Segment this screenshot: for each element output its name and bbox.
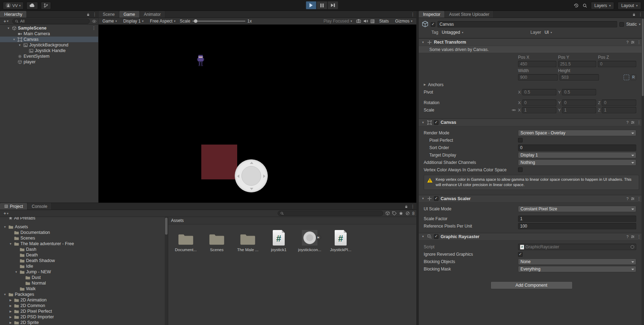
hierarchy-item-joystick-handle[interactable]: Joystick Handle xyxy=(0,48,98,53)
foldout-arrow[interactable]: ▶ xyxy=(8,321,13,324)
project-tree-item[interactable]: ▼Packages xyxy=(0,292,168,297)
expand-sub-assets-icon[interactable]: ▶ xyxy=(316,235,321,240)
blueprint-mode-button[interactable] xyxy=(624,75,629,80)
asset-item-documentation[interactable]: Document... xyxy=(172,229,199,252)
foldout-arrow[interactable]: ▼ xyxy=(422,235,425,238)
scene-picking-icon[interactable] xyxy=(92,19,96,24)
rotation-z-field[interactable]: 0 xyxy=(602,100,636,106)
project-tree-item[interactable]: ▶2D Animation xyxy=(0,297,168,303)
tab-inspector[interactable]: Inspector xyxy=(419,11,445,18)
display-dropdown[interactable]: Display 1▾ xyxy=(121,19,146,24)
project-tree-item[interactable]: ▼Assets xyxy=(0,224,168,230)
scale-y-field[interactable]: 1 xyxy=(562,107,596,113)
presets-icon[interactable] xyxy=(631,40,635,44)
tab-asset-store-uploader[interactable]: Asset Store Uploader xyxy=(445,11,494,18)
tree-scrollbar[interactable] xyxy=(165,217,168,325)
project-tree-item[interactable]: Walk xyxy=(0,286,168,292)
more-icon[interactable]: ⋮ xyxy=(637,235,641,239)
slider-thumb[interactable] xyxy=(194,19,197,23)
active-checkbox[interactable] xyxy=(431,22,435,27)
hierarchy-search-input[interactable]: All xyxy=(12,19,90,24)
project-tree-item[interactable]: Dash xyxy=(0,247,168,252)
project-tree-item[interactable]: Idle xyxy=(0,263,168,269)
play-button[interactable] xyxy=(306,1,317,9)
create-button[interactable]: +▾ xyxy=(2,19,10,24)
layers-dropdown[interactable]: Layers▾ xyxy=(591,2,614,9)
static-checkbox[interactable] xyxy=(619,22,624,27)
tab-project[interactable]: Project xyxy=(0,203,27,210)
lock-icon[interactable] xyxy=(632,13,636,17)
tag-dropdown[interactable]: Untagged▾ xyxy=(440,30,528,35)
play-focused-dropdown[interactable]: Play Focused▾ xyxy=(321,19,354,24)
foldout-arrow[interactable]: ▼ xyxy=(12,38,16,41)
scene-options-icon[interactable]: ⋮ xyxy=(92,26,96,31)
height-field[interactable]: 503 xyxy=(560,74,599,81)
project-tree-item[interactable]: Scenes xyxy=(0,235,168,241)
reference-ppu-field[interactable]: 100 xyxy=(518,223,636,229)
lock-icon[interactable] xyxy=(86,13,90,17)
project-tree-item[interactable]: Documentation xyxy=(0,230,168,235)
canvas-scaler-header[interactable]: ▼ Canvas Scaler ? ⋮ xyxy=(419,195,644,203)
scrollbar-thumb[interactable] xyxy=(642,19,644,96)
more-icon[interactable]: ⋮ xyxy=(411,12,415,17)
more-icon[interactable]: ⋮ xyxy=(638,12,643,17)
component-enabled-checkbox[interactable] xyxy=(434,234,438,239)
more-icon[interactable]: ⋮ xyxy=(93,12,97,17)
tab-animator[interactable]: Animator xyxy=(140,11,165,18)
raw-edit-mode-button[interactable]: R xyxy=(631,75,636,80)
project-tree-item[interactable]: ▼The Male adventurer - Free xyxy=(0,241,168,247)
game-viewport[interactable] xyxy=(99,25,416,203)
foldout-arrow[interactable]: ▼ xyxy=(3,225,7,229)
rotation-x-field[interactable]: 0 xyxy=(522,100,556,106)
anchors-foldout[interactable]: ▶Anchors xyxy=(419,81,644,88)
help-icon[interactable]: ? xyxy=(626,40,629,44)
gizmos-dropdown[interactable]: Gizmos▾ xyxy=(393,19,415,24)
foldout-arrow[interactable]: ▼ xyxy=(8,242,13,246)
tab-game[interactable]: Game xyxy=(119,11,140,18)
script-object-field[interactable]: # GraphicRaycaster xyxy=(518,244,636,250)
project-tree-item[interactable]: Death Shadow xyxy=(0,258,168,263)
component-enabled-checkbox[interactable] xyxy=(434,120,438,125)
hierarchy-item-joystickbackground[interactable]: ▼ JoystickBackground xyxy=(0,42,98,48)
project-search-input[interactable] xyxy=(278,211,383,216)
project-tree-item[interactable]: Dust xyxy=(0,275,168,280)
help-icon[interactable]: ? xyxy=(626,197,629,201)
presets-icon[interactable] xyxy=(631,235,635,239)
foldout-arrow[interactable]: ▼ xyxy=(422,197,425,200)
create-asset-button[interactable]: +▾ xyxy=(2,211,10,216)
foldout-arrow[interactable]: ▼ xyxy=(18,44,22,47)
rotation-y-field[interactable]: 0 xyxy=(562,100,596,106)
foldout-arrow[interactable]: ▶ xyxy=(8,304,13,307)
project-tree-item[interactable]: ▶2D Sprite xyxy=(0,320,168,325)
foldout-arrow[interactable]: ▶ xyxy=(8,316,13,319)
project-tree-item[interactable]: Normal xyxy=(0,280,168,286)
ignore-reversed-graphics-checkbox[interactable] xyxy=(518,252,523,257)
capture-icon[interactable] xyxy=(356,19,361,24)
pixel-perfect-checkbox[interactable] xyxy=(518,138,523,142)
asset-item-joystickplayer-script[interactable]: # JoystickPl... xyxy=(327,229,354,252)
tab-console[interactable]: Console xyxy=(27,203,52,210)
project-tree-item[interactable]: ▶2D PSD Importer xyxy=(0,314,168,320)
vertex-color-gamma-checkbox[interactable] xyxy=(518,167,523,172)
pivot-y-field[interactable]: 0.5 xyxy=(562,89,596,95)
canvas-component-header[interactable]: ▼ Canvas ? ⋮ xyxy=(419,119,644,126)
pivot-x-field[interactable]: 0.5 xyxy=(522,89,556,95)
inspector-scrollbar[interactable] xyxy=(642,18,644,325)
scale-factor-field[interactable]: 1 xyxy=(518,216,636,222)
uniform-scale-link-icon[interactable] xyxy=(512,108,516,112)
help-icon[interactable]: ? xyxy=(626,235,629,239)
search-by-type-icon[interactable] xyxy=(385,211,390,216)
view-mode-dropdown[interactable]: Game▾ xyxy=(100,19,119,24)
search-icon[interactable] xyxy=(582,3,587,8)
pos-z-field[interactable]: 0 xyxy=(598,61,636,67)
presets-icon[interactable] xyxy=(631,120,635,125)
width-field[interactable]: 900 xyxy=(518,74,558,81)
favorites-item-all-prefabs[interactable]: All Prefabs xyxy=(0,217,168,221)
presets-icon[interactable] xyxy=(631,197,635,201)
foldout-arrow[interactable]: ▼ xyxy=(422,41,425,44)
foldout-arrow[interactable]: ▼ xyxy=(422,121,425,124)
hierarchy-item-samplescene[interactable]: ▼ SampleScene ⋮ xyxy=(0,25,98,31)
pause-button[interactable] xyxy=(317,1,328,9)
step-button[interactable] xyxy=(328,1,339,9)
blocking-objects-dropdown[interactable]: None xyxy=(518,259,636,265)
